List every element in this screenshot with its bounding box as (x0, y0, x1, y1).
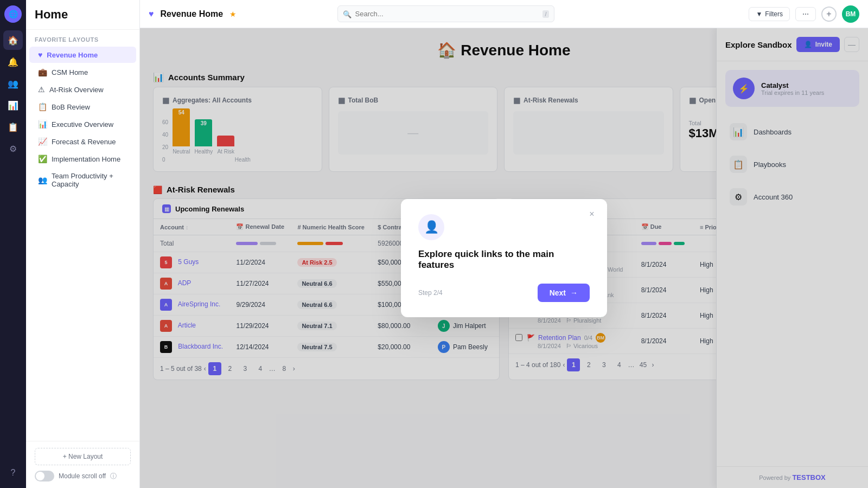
nav-settings[interactable]: ⚙ (3, 139, 23, 158)
sidebar-item-executive[interactable]: 📊 Executive Overview (29, 116, 136, 132)
nav-playbooks[interactable]: 📋 (3, 117, 23, 137)
module-scroll-toggle: Module scroll off ⓘ (35, 471, 131, 481)
page: 🏠 Revenue Home 📊 Accounts Summary ▦ Aggr… (140, 28, 868, 488)
nav-home[interactable]: 🏠 (3, 30, 23, 50)
search-icon: 🔍 (343, 10, 352, 18)
module-scroll-label: Module scroll off (59, 472, 106, 480)
app-logo[interactable]: 🌐 (4, 5, 22, 23)
topbar-star-icon[interactable]: ★ (229, 10, 237, 18)
sidebar-item-forecast[interactable]: 📈 Forecast & Revenue (29, 133, 136, 150)
modal-close-button[interactable]: × (585, 208, 598, 221)
nav-accounts[interactable]: 👥 (3, 74, 23, 93)
sidebar-item-label: Implementation Home (52, 155, 120, 163)
sidebar-item-label: CSM Home (52, 68, 88, 76)
module-scroll-input[interactable] (35, 471, 54, 481)
sidebar-item-label: Team Productivity + Capacity (52, 172, 127, 188)
search-shortcut: / (542, 10, 548, 18)
sidebar-item-revenue-home[interactable]: ♥ Revenue Home (29, 47, 136, 63)
nav-alerts[interactable]: 🔔 (3, 52, 23, 72)
topbar-heart-icon: ♥ (149, 9, 154, 19)
implementation-icon: ✅ (38, 155, 47, 163)
csm-home-icon: 💼 (38, 68, 47, 76)
search-input[interactable] (337, 5, 554, 22)
next-arrow-icon: → (570, 288, 578, 297)
modal-title: Explore quick links to the main features (418, 249, 590, 271)
sidebar-item-team[interactable]: 👥 Team Productivity + Capacity (29, 168, 136, 192)
new-layout-button[interactable]: + New Layout (35, 448, 131, 465)
sidebar-item-label: Revenue Home (47, 51, 98, 59)
module-scroll-info-icon: ⓘ (110, 472, 117, 481)
modal-overlay: × 👤 Explore quick links to the main feat… (140, 28, 868, 488)
main-content: ♥ Revenue Home ★ 🔍 / ▼ Filters ⋯ + BM 🏠 … (140, 0, 868, 488)
bob-icon: 📋 (38, 102, 47, 111)
topbar: ♥ Revenue Home ★ 🔍 / ▼ Filters ⋯ + BM (140, 0, 868, 28)
toggle-knob (36, 472, 44, 480)
nav-reports[interactable]: 📊 (3, 95, 23, 115)
sidebar-item-label: Executive Overview (52, 120, 113, 129)
topbar-title: Revenue Home (161, 9, 224, 19)
modal-next-button[interactable]: Next → (538, 284, 590, 302)
modal-icon: 👤 (418, 214, 444, 240)
filters-button[interactable]: ▼ Filters (749, 7, 790, 21)
more-icon: ⋯ (802, 10, 809, 18)
executive-icon: 📊 (38, 120, 47, 129)
sidebar-item-label: Forecast & Revenue (52, 138, 116, 146)
sidebar-section-label: Favorite Layouts (26, 30, 139, 46)
nav-help[interactable]: ? (3, 463, 23, 483)
icon-bar: 🌐 🏠 🔔 👥 📊 📋 ⚙ ? (0, 0, 26, 488)
sidebar-item-label: At-Risk Overview (49, 86, 104, 94)
sidebar: Home Favorite Layouts ♥ Revenue Home 💼 C… (26, 0, 140, 488)
avatar[interactable]: BM (842, 5, 859, 23)
sidebar-title: Home (26, 0, 139, 30)
sidebar-item-bob-review[interactable]: 📋 BoB Review (29, 99, 136, 115)
modal-dialog: × 👤 Explore quick links to the main feat… (401, 199, 607, 317)
modal-icon-glyph: 👤 (424, 220, 439, 234)
sidebar-item-csm-home[interactable]: 💼 CSM Home (29, 64, 136, 80)
next-label: Next (550, 288, 566, 297)
sidebar-item-at-risk[interactable]: ⚠ At-Risk Overview (29, 81, 136, 98)
more-button[interactable]: ⋯ (795, 7, 816, 21)
sidebar-item-label: BoB Review (52, 103, 90, 111)
filters-label: Filters (765, 10, 783, 18)
at-risk-icon: ⚠ (38, 85, 45, 94)
search-container: 🔍 / (337, 5, 554, 22)
forecast-icon: 📈 (38, 137, 47, 146)
revenue-home-icon: ♥ (38, 50, 42, 59)
filter-icon: ▼ (756, 10, 762, 18)
topbar-actions: ▼ Filters ⋯ + BM (749, 5, 859, 23)
team-icon: 👥 (38, 176, 47, 184)
sidebar-item-implementation[interactable]: ✅ Implementation Home (29, 151, 136, 167)
sidebar-footer: + New Layout Module scroll off ⓘ (26, 441, 139, 488)
add-button[interactable]: + (821, 7, 837, 22)
modal-footer: Step 2/4 Next → (418, 284, 590, 302)
modal-step: Step 2/4 (418, 289, 443, 297)
